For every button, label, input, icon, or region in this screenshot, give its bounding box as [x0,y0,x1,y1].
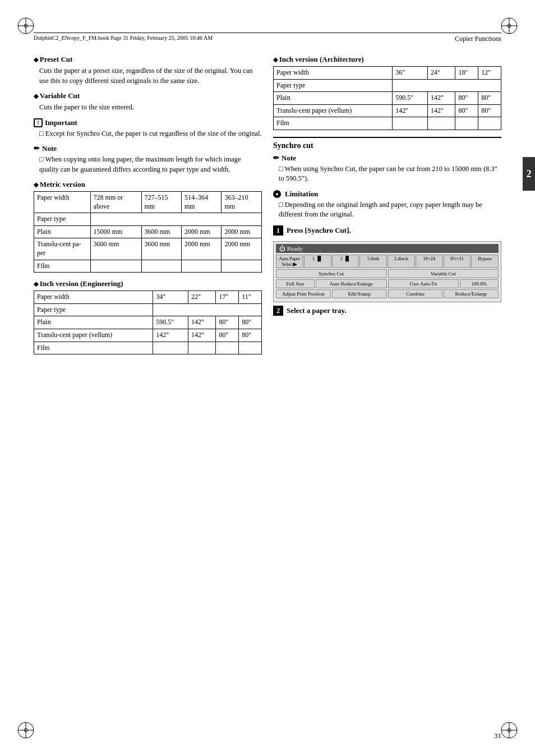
ui-tray-label[interactable]: Auto PaperSelect▶ [276,255,303,268]
ui-row-size: Full Size Auto Reduce/Enlarge User Auto … [276,279,499,288]
synchro-note-label: Note [282,154,296,163]
col-header-0: Paper width [34,291,153,304]
col-header-4: 11" [239,291,262,304]
table-row: Translu-cent paper (vellum) 142" 142" 80… [34,329,262,342]
table-row: Film [34,260,262,273]
paper-type-film: Film [274,117,393,130]
col-header-0: Paper width [274,67,393,80]
limitation-label: Limitation [285,190,318,199]
ui-tray-8x11[interactable]: 8½×11 [444,255,471,268]
ui-row-synchro: Synchro Cut Variable Cut [276,269,499,278]
val-trans-1: 142" [153,329,188,342]
ui-variable-cut-btn[interactable]: Variable Cut [388,269,499,278]
film-val-2 [141,260,181,273]
val-trans-4: 2000 mm [222,238,262,260]
left-column: Preset Cut Cuts the paper at a preset si… [34,49,262,361]
val-plain-4: 2000 mm [222,225,262,238]
preset-cut-section: Preset Cut Cuts the paper at a preset si… [34,55,262,86]
ui-auto-reduce-btn[interactable]: Auto Reduce/Enlarge [316,279,386,288]
ui-combine-btn[interactable]: Combine [388,289,443,298]
ui-ready-header: ⏻ Ready [276,244,499,253]
ui-reduce-enlarge-btn[interactable]: Reduce/Enlarge [444,289,499,298]
val-plain-3: 80" [216,316,239,329]
film-val-4 [222,260,262,273]
preset-cut-body: Cuts the paper at a preset size, regardl… [39,66,262,86]
synchro-note-head: ✏ Note [273,154,501,163]
note-label: Note [42,144,57,153]
table-row: Plain 15000 mm 3600 mm 2000 mm 2000 mm [34,225,262,238]
ui-ready-icon: ⏻ [279,245,285,252]
ui-tray-bypass[interactable]: Bypass [471,255,499,268]
paper-type-film: Film [34,260,91,273]
ui-synchro-cut-btn[interactable]: Synchro Cut [276,269,387,278]
metric-version-section: Metric version Paper width 728 mm or abo… [34,180,262,273]
film-val-2 [427,117,455,130]
step1-number: 1 [273,225,283,236]
val-trans-3: 2000 mm [182,238,222,260]
step1-text: Press [Synchro Cut]. [287,225,351,235]
empty-cell [393,79,501,92]
empty-cell [90,213,261,226]
table-row: Translu-cent pa-per 3600 mm 3600 mm 2000… [34,238,262,260]
page: DolphinC2_ENcopy_F_FM.book Page 31 Frida… [0,0,535,756]
ui-tray-5-6[interactable]: 5.6inh [359,255,387,268]
important-item: Except for Synchro Cut, the paper is cut… [39,129,262,139]
val-trans-1: 142" [393,104,428,117]
table-row: Translu-cent paper (vellum) 142" 142" 80… [274,104,501,117]
ui-tray-row: Auto PaperSelect▶ 1 ▐▌ 2 ▐▌ 5.6inh 2.4in… [276,255,499,268]
film-val-1 [153,342,188,354]
val-trans-2: 3600 mm [141,238,181,260]
important-head: ! Important [34,118,262,127]
preset-cut-title: Preset Cut [34,55,262,64]
inch-architecture-table: Paper width 36" 24" 18" 12" Paper type [273,66,501,130]
metric-table: Paper width 728 mm or above 727–515 mm 5… [34,191,262,273]
ui-full-size-btn[interactable]: Full Size [276,279,315,288]
header-section: Copier Functions [455,35,501,43]
film-val-1 [90,260,141,273]
paper-type-header: Paper type [34,213,91,226]
paper-type-translucent: Translu-cent paper (vellum) [274,104,393,117]
val-trans-3: 80" [216,329,239,342]
inch-architecture-title: Inch version (Architecture) [273,55,501,64]
right-column: Inch version (Architecture) Paper width … [273,49,501,361]
ui-zoom-level[interactable]: 100.0% [460,279,499,288]
table-row: Paper width 36" 24" 18" 12" [274,67,501,80]
col-header-2: 24" [427,67,455,80]
ui-ready-label: Ready [287,245,303,252]
film-val-3 [455,117,478,130]
table-row: Paper type [34,213,262,226]
ui-tray-18x24[interactable]: 18×24 [416,255,443,268]
val-plain-1: 15000 mm [90,225,141,238]
table-row: Plain 590.5" 142" 80" 80" [274,92,501,105]
important-block: ! Important Except for Synchro Cut, the … [34,118,262,139]
col-header-2: 22" [188,291,216,304]
limitation-icon: ● [273,190,281,198]
ui-edit-stamp-btn[interactable]: Edit/Stamp [332,289,387,298]
film-val-4 [478,117,501,130]
ui-tray-2-4[interactable]: 2.4inch [388,255,415,268]
film-val-3 [216,342,239,354]
main-content: Preset Cut Cuts the paper at a preset si… [34,49,501,722]
ui-user-auto-fit-btn[interactable]: User Auto Fit [388,279,459,288]
paper-type-film: Film [34,342,153,354]
ui-tray-2[interactable]: 2 ▐▌ [332,255,359,268]
ui-tray-1[interactable]: 1 ▐▌ [304,255,331,268]
col-header-0: Paper width [34,192,91,213]
step2-number: 2 [273,306,283,316]
synchro-note-icon: ✏ [273,154,279,163]
step2-text: Select a paper tray. [287,306,347,315]
note-icon: ✏ [34,144,40,153]
col-header-4: 363–210 mm [222,192,262,213]
col-header-2: 727–515 mm [141,192,181,213]
val-trans-4: 80" [239,329,262,342]
inch-engineering-title: Inch version (Engineering) [34,279,262,288]
col-header-3: 17" [216,291,239,304]
ui-adjust-print-btn[interactable]: Adjust Print Position [276,289,331,298]
film-val-2 [188,342,216,354]
variable-cut-title: Variable Cut [34,91,262,100]
val-trans-2: 142" [427,104,455,117]
paper-type-header: Paper type [34,303,153,316]
synchro-note-block: ✏ Note When using Synchro Cut, the paper… [273,154,501,184]
val-trans-4: 80" [478,104,501,117]
variable-cut-body: Cuts the paper to the size entered. [39,103,262,113]
